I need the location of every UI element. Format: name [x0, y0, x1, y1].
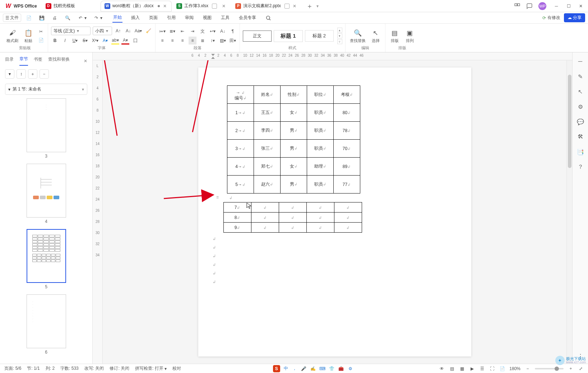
navigation-icon[interactable]: 📑	[577, 148, 584, 156]
page-thumb-6[interactable]: ········ 6	[5, 294, 87, 355]
line-spacing-button[interactable]: ↕▾	[209, 37, 217, 45]
ruler-indent-marker[interactable]	[210, 52, 216, 60]
format-painter-button[interactable]: 🖌格式刷	[5, 28, 20, 44]
section-row[interactable]: ▾ 第 1 节: 未命名 ▾	[5, 84, 87, 95]
font-size-select[interactable]: 小四▾	[93, 27, 112, 35]
table-row[interactable]: 3→↲张三↲男↲职员↲70↲	[227, 140, 360, 158]
status-section[interactable]: 节: 1/1	[27, 365, 40, 372]
change-case-button[interactable]: Aa▾	[134, 27, 142, 35]
gear-icon[interactable]: ⚙	[577, 103, 584, 111]
sidepanel-tab-bookmark[interactable]: 书签	[34, 56, 42, 65]
zoom-slider-thumb[interactable]	[555, 367, 559, 371]
select-button[interactable]: ↖选择	[369, 28, 382, 44]
page-thumb-4[interactable]: 4	[5, 164, 87, 224]
align-right-button[interactable]: ≡	[179, 37, 186, 45]
skin-icon[interactable]: 👕	[329, 366, 335, 372]
tab-close-button[interactable]: ✕	[221, 3, 227, 9]
tab-options-button[interactable]: ▾	[314, 3, 321, 10]
ribbon-tab-page[interactable]: 页面	[148, 13, 158, 22]
maximize-button[interactable]: ☐	[564, 2, 573, 10]
status-revision[interactable]: 修订: 关闭	[110, 365, 129, 372]
user-avatar[interactable]: WP	[538, 2, 546, 10]
ime-punct-icon[interactable]: ，	[292, 366, 297, 372]
ime-mode-button[interactable]: 中	[284, 365, 288, 372]
pencil-icon[interactable]: ✎	[577, 73, 584, 80]
ribbon-tab-view[interactable]: 视图	[202, 13, 212, 22]
bold-button[interactable]: B	[51, 37, 59, 45]
data-table-1[interactable]: → ↲编号↲ 姓名↲ 性别↲ 职位↲ 考核↲ 1→↲王五↲女↲职员↲80↲ 2→…	[227, 85, 360, 194]
zoom-value[interactable]: 180%	[509, 366, 520, 371]
bullet-list-button[interactable]: ≔▾	[158, 27, 166, 35]
page-layout-icon[interactable]: ▤	[449, 366, 455, 372]
help-icon[interactable]: ？	[577, 163, 584, 171]
tab-close-button[interactable]: ✕	[292, 3, 297, 9]
clear-format-button[interactable]: 🧹	[144, 27, 152, 35]
border-button[interactable]: 田▾	[229, 37, 237, 45]
style-scroll[interactable]: ▴▾▿	[337, 28, 342, 44]
zoom-slider[interactable]	[535, 368, 564, 369]
table-row[interactable]: → ↲编号↲ 姓名↲ 性别↲ 职位↲ 考核↲	[227, 86, 360, 104]
outdent-button[interactable]: ⇤	[179, 27, 186, 35]
move-up-button[interactable]: ↕	[17, 69, 26, 79]
superscript-button[interactable]: X²▾	[91, 37, 99, 45]
scrollbar-thumb[interactable]	[568, 75, 571, 168]
web-layout-icon[interactable]: ▦	[459, 366, 465, 372]
cloud-sync-icon[interactable]	[526, 3, 533, 9]
ribbon-search-button[interactable]	[265, 14, 272, 22]
close-window-button[interactable]: ✕	[577, 2, 585, 10]
mic-icon[interactable]: 🎤	[301, 366, 307, 372]
style-heading1[interactable]: 标题 1	[274, 30, 303, 42]
text-direction-button[interactable]: 文	[199, 27, 207, 35]
table-row[interactable]: 7↲↲↲↲↲	[223, 202, 362, 213]
arrange-button[interactable]: ▣排列	[403, 28, 416, 44]
undo-button[interactable]: ↶▾	[75, 13, 89, 23]
print-layout-icon[interactable]: 📄	[499, 366, 505, 372]
tab-close-button[interactable]: ✕	[162, 3, 168, 9]
status-overwrite[interactable]: 改写: 关闭	[84, 365, 104, 372]
indent-button[interactable]: ⇥	[189, 27, 196, 35]
fit-page-button[interactable]: ⤢	[578, 366, 584, 372]
ribbon-tab-home[interactable]: 开始	[112, 13, 122, 23]
read-mode-icon[interactable]: 👁	[439, 366, 445, 372]
ribbon-tab-insert[interactable]: 插入	[130, 13, 140, 22]
ribbon-tab-reference[interactable]: 引用	[166, 13, 176, 22]
table-row[interactable]: 5→↲赵六↲男↲职员↲77↲	[227, 176, 360, 194]
handwriting-icon[interactable]: ✍	[310, 366, 316, 372]
status-page[interactable]: 页面: 5/6	[4, 365, 21, 372]
window-list-icon[interactable]	[514, 3, 520, 9]
shading-button[interactable]: ▨▾	[219, 37, 227, 45]
table-row[interactable]: 4→↲郑七↲女↲助理↲89↲	[227, 158, 360, 176]
toolbox-icon[interactable]: 🧰	[338, 366, 344, 372]
table-row[interactable]: 8↲↲↲↲↲	[223, 213, 362, 223]
copy-button[interactable]: 📄	[37, 36, 45, 44]
settings-icon[interactable]: ⚙	[348, 366, 353, 372]
find-replace-button[interactable]: 🔍查找替换	[348, 28, 367, 44]
ribbon-tab-tool[interactable]: 工具	[220, 13, 230, 22]
print-preview-button[interactable]: 🔍	[62, 13, 73, 23]
italic-button[interactable]: I	[61, 37, 69, 45]
ribbon-tab-vip[interactable]: 会员专享	[238, 13, 257, 22]
sogou-ime-icon[interactable]: S	[273, 365, 280, 372]
char-border-button[interactable]: 囗	[131, 37, 139, 45]
page-thumb-5[interactable]: 5	[5, 229, 87, 289]
save-button[interactable]: 💾	[36, 13, 47, 23]
layout-button[interactable]: ▤排版	[388, 28, 401, 44]
select-cursor-icon[interactable]: ↖	[577, 88, 584, 95]
sidepanel-close-button[interactable]: ✕	[84, 59, 87, 64]
vertical-scrollbar[interactable]	[566, 60, 572, 364]
style-heading2[interactable]: 标题 2	[305, 30, 334, 42]
align-justify-button[interactable]: ≡	[189, 37, 196, 45]
underline-button[interactable]: U▾	[71, 37, 79, 45]
strikethrough-button[interactable]: S▾	[81, 37, 89, 45]
document-page[interactable]: → ↲编号↲ 姓名↲ 性别↲ 职位↲ 考核↲ 1→↲王五↲女↲职员↲80↲ 2→…	[198, 67, 471, 356]
zoom-out-button[interactable]: −	[525, 366, 531, 372]
collapse-icon[interactable]: ─	[577, 57, 584, 65]
data-table-2[interactable]: 7↲↲↲↲↲ 8↲↲↲↲↲ 9↲↲↲↲↲	[223, 202, 362, 233]
file-menu[interactable]: ☰ 文件	[3, 14, 21, 22]
remove-button[interactable]: －	[40, 69, 49, 79]
highlight-button[interactable]: ab▾	[111, 37, 119, 45]
status-wordcount[interactable]: 字数: 533	[60, 365, 79, 372]
page-scroll[interactable]: → ↲编号↲ 姓名↲ 性别↲ 职位↲ 考核↲ 1→↲王五↲女↲职员↲80↲ 2→…	[103, 60, 566, 364]
section-menu-button[interactable]: ▾	[82, 87, 84, 92]
paste-button[interactable]: 📋粘贴	[22, 28, 35, 44]
